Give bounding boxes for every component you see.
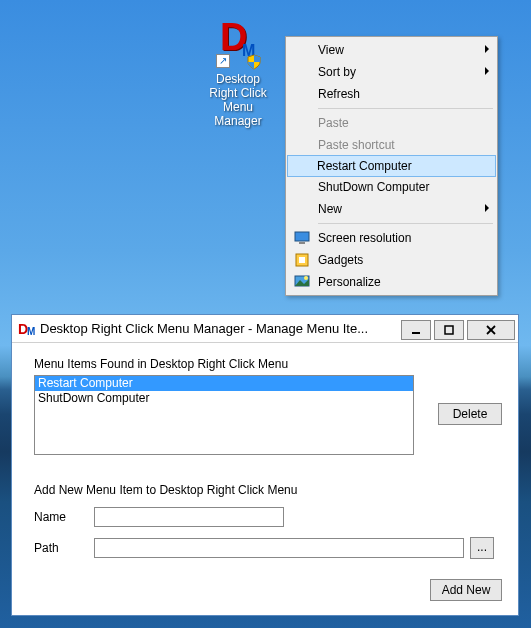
name-label: Name — [34, 510, 94, 524]
minimize-button[interactable] — [401, 320, 431, 340]
add-new-button[interactable]: Add New — [430, 579, 502, 601]
close-button[interactable] — [467, 320, 515, 340]
context-menu-item-label: Gadgets — [318, 253, 363, 267]
uac-shield-icon — [246, 54, 262, 70]
path-input[interactable] — [94, 538, 464, 558]
app-icon: DM ↗ — [214, 22, 262, 70]
window-title: Desktop Right Click Menu Manager - Manag… — [40, 321, 401, 336]
personalize-icon — [294, 274, 310, 290]
list-item[interactable]: Restart Computer — [35, 376, 413, 391]
context-menu-item-label: New — [318, 202, 342, 216]
context-menu-item-label: ShutDown Computer — [318, 180, 429, 194]
context-menu-item: Paste — [288, 112, 495, 134]
maximize-button[interactable] — [434, 320, 464, 340]
list-item[interactable]: ShutDown Computer — [35, 391, 413, 406]
desktop-shortcut-label: DesktopRight ClickMenuManager — [198, 72, 278, 128]
context-menu-item-label: Personalize — [318, 275, 381, 289]
svg-rect-7 — [445, 326, 453, 334]
context-menu-item[interactable]: Sort by — [288, 61, 495, 83]
gadget-icon — [294, 252, 310, 268]
context-menu-item-label: Paste shortcut — [318, 138, 395, 152]
name-input[interactable] — [94, 507, 284, 527]
svg-rect-6 — [412, 332, 420, 334]
context-menu-item[interactable]: Personalize — [288, 271, 495, 293]
desktop-context-menu: ViewSort byRefreshPastePaste shortcutRes… — [285, 36, 498, 296]
titlebar[interactable]: DM Desktop Right Click Menu Manager - Ma… — [12, 315, 518, 343]
menu-items-listbox[interactable]: Restart ComputerShutDown Computer — [34, 375, 414, 455]
context-menu-item[interactable]: Refresh — [288, 83, 495, 105]
context-menu-separator — [318, 108, 493, 109]
monitor-icon — [294, 230, 310, 246]
context-menu-item[interactable]: ShutDown Computer — [288, 176, 495, 198]
maximize-icon — [444, 325, 454, 335]
delete-button[interactable]: Delete — [438, 403, 502, 425]
context-menu-item[interactable]: View — [288, 39, 495, 61]
close-icon — [485, 325, 497, 335]
chevron-right-icon — [485, 45, 489, 53]
context-menu-item-label: Restart Computer — [317, 159, 412, 173]
section-found-label: Menu Items Found in Desktop Right Click … — [34, 357, 502, 371]
context-menu-separator — [318, 223, 493, 224]
context-menu-item: Paste shortcut — [288, 134, 495, 156]
app-window: DM Desktop Right Click Menu Manager - Ma… — [11, 314, 519, 616]
context-menu-item-label: Refresh — [318, 87, 360, 101]
context-menu-item[interactable]: Screen resolution — [288, 227, 495, 249]
context-menu-item-label: Paste — [318, 116, 349, 130]
chevron-right-icon — [485, 204, 489, 212]
shortcut-overlay-icon: ↗ — [216, 54, 230, 68]
browse-button[interactable]: ... — [470, 537, 494, 559]
svg-rect-0 — [295, 232, 309, 241]
section-add-label: Add New Menu Item to Desktop Right Click… — [34, 483, 502, 497]
svg-point-5 — [304, 276, 308, 280]
path-label: Path — [34, 541, 94, 555]
svg-rect-3 — [299, 257, 305, 263]
desktop-shortcut[interactable]: DM ↗ DesktopRight ClickMenuManager — [198, 22, 278, 128]
minimize-icon — [411, 325, 421, 335]
context-menu-item-label: Screen resolution — [318, 231, 411, 245]
titlebar-app-icon: DM — [18, 321, 34, 337]
context-menu-item-label: Sort by — [318, 65, 356, 79]
chevron-right-icon — [485, 67, 489, 75]
svg-rect-1 — [299, 242, 305, 244]
context-menu-item[interactable]: New — [288, 198, 495, 220]
context-menu-item-label: View — [318, 43, 344, 57]
context-menu-item[interactable]: Gadgets — [288, 249, 495, 271]
context-menu-item[interactable]: Restart Computer — [287, 155, 496, 177]
